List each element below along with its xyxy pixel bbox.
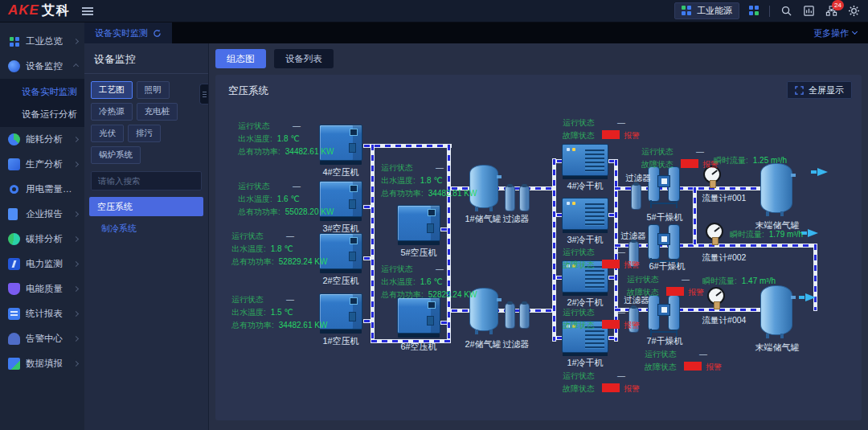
sidebar-item-alarm-center[interactable]: 告警中心 [0,326,84,351]
energy-pie-icon [8,133,20,145]
alarm-indicator [602,130,620,139]
tab-realtime-monitor[interactable]: 设备实时监测 [84,23,172,43]
compressor-6-unit [397,297,440,338]
chevron-right-icon [73,261,79,267]
equipment-label: 6#空压机 [391,341,447,353]
pipe [608,213,615,217]
sidebar-item-enterprise-report[interactable]: 企业报告 [0,202,84,227]
chevron-right-icon [73,137,79,142]
category-charging-pile[interactable]: 充电桩 [137,103,178,121]
search-icon[interactable] [780,5,792,18]
chevron-right-icon [73,39,79,44]
category-lighting[interactable]: 照明 [137,81,170,99]
category-solar[interactable]: 光伏 [91,125,124,142]
chevron-right-icon [73,361,79,367]
pipe [440,227,448,231]
chevron-up-icon [73,63,79,69]
category-boiler-system[interactable]: 锅炉系统 [91,146,141,164]
system-item-secondary[interactable]: 制冷系统 [89,219,203,238]
sidebar-item-power-quality[interactable]: 电能质量 [0,276,84,301]
alarm-indicator [684,362,702,371]
system-item-air-compression[interactable]: 空压系统 [89,197,203,216]
equipment-label: 末端储气罐 [749,219,805,231]
workspace-switcher[interactable]: 工业能源 [674,2,739,19]
pipe [440,321,448,325]
flow-arrow-icon [805,293,816,301]
end-air-tank-top [760,163,792,213]
lightning-icon [8,258,20,270]
main-content: 组态图 设备列表 空压系统 全屏显示 [209,43,868,430]
workspace-label: 工业能源 [697,5,732,17]
apps-grid-icon [682,6,692,16]
status-block-compressor-5: 运行状态— 出水温度:1.8 ℃ 总有功功率:34482.81 KW [381,162,477,200]
flow-arrow-icon [808,229,818,237]
overview-grid-icon [8,35,20,47]
equipment-label: 2#空压机 [313,275,369,287]
demand-ring-icon [10,185,18,194]
tab-device-list[interactable]: 设备列表 [274,49,334,68]
alarm-count-badge: 24 [832,0,844,10]
chevron-right-icon [73,162,79,167]
category-sewage[interactable]: 排污 [128,125,161,142]
sidebar-item-device-monitor[interactable]: 设备监控 [0,54,84,79]
category-hvac-source[interactable]: 冷热源 [91,103,133,121]
equipment-label: 过滤器 [620,173,656,184]
pipe [371,144,375,343]
alarm-monitor-icon[interactable]: 24 [825,5,837,18]
shield-icon [8,283,20,295]
sidebar-item-statistics-report[interactable]: 统计报表 [0,301,84,326]
cold-dryer-3-unit [562,198,608,233]
sidebar-subitem-operation-analysis[interactable]: 设备运行分析 [0,103,84,125]
equipment-label: 末端储气罐 [749,342,805,354]
equipment-label: 流量计#002 [698,252,751,264]
chevron-down-icon [852,29,858,35]
chevron-right-icon [73,236,79,242]
sidebar-item-industry-overview[interactable]: 工业总览 [0,29,84,54]
alarm-indicator [681,159,698,168]
pipe [451,309,556,313]
tab-strip: 设备实时监测 更多操作 [84,23,868,43]
report-chart-icon[interactable] [802,5,815,18]
end-air-tank-bottom [760,285,792,335]
search-input[interactable] [91,171,202,190]
equipment-label: 4#空压机 [313,166,369,178]
flow-gauge-002 [706,223,723,240]
pipe [608,159,615,163]
equipment-label: 5#干燥机 [637,211,693,223]
status-block-colddryer-1: 运行状态— 故障状态报警 [563,370,640,395]
status-block-compressor-3: 运行状态— 出水温度:1.6 ℃ 总有功功率:55028.20 KW [238,180,334,219]
fullscreen-button[interactable]: 全屏显示 [787,81,852,99]
equipment-label: 过滤器 [619,295,654,306]
header-divider [769,6,770,17]
refresh-icon[interactable] [153,29,162,38]
pipe [363,205,371,209]
sidebar-subitem-realtime-monitor[interactable]: 设备实时监测 [0,80,84,103]
cold-dryer-4-unit [562,144,608,179]
pipe [608,336,615,340]
equipment-label: 1#冷干机 [556,357,614,369]
settings-gear-icon[interactable] [847,5,860,18]
more-actions-button[interactable]: 更多操作 [813,23,868,43]
sidebar-item-data-fill[interactable]: 数据填报 [0,351,84,376]
panel-collapse-handle[interactable] [199,84,208,104]
pipe [363,319,371,323]
status-block-colddryer-3: 运行状态— 故障状态报警 [563,246,640,272]
sidebar-item-power-monitor[interactable]: 电力监测 [0,252,84,276]
apps-menu-icon[interactable] [749,6,760,16]
sidebar-item-demand-analysis[interactable]: 用电需量分析 [0,177,84,202]
filter-unit [519,186,530,211]
status-block-dryer-5: 运行状态— 故障状态报警 [641,145,719,171]
scada-board: 空压系统 全屏显示 [215,75,862,420]
status-block-colddryer-2: 运行状态— 故障状态报警 [563,306,640,332]
category-process-diagram[interactable]: 工艺图 [91,81,133,99]
sidebar-item-carbon-analysis[interactable]: 碳排分析 [0,227,84,252]
fullscreen-icon [795,86,804,95]
tab-config-diagram[interactable]: 组态图 [215,49,266,68]
pipe [608,276,615,280]
status-block-compressor-2: 运行状态— 出水温度:1.8 ℃ 总有功功率:52829.24 KW [231,230,327,268]
sidebar-item-energy-analysis[interactable]: 能耗分析 [0,127,84,152]
hamburger-menu-icon[interactable] [82,7,93,15]
sidebar-item-production-analysis[interactable]: 生产分析 [0,152,84,177]
device-monitor-submenu: 设备实时监测 设备运行分析 [0,79,84,127]
logo-text-white: 艾科 [42,2,71,19]
